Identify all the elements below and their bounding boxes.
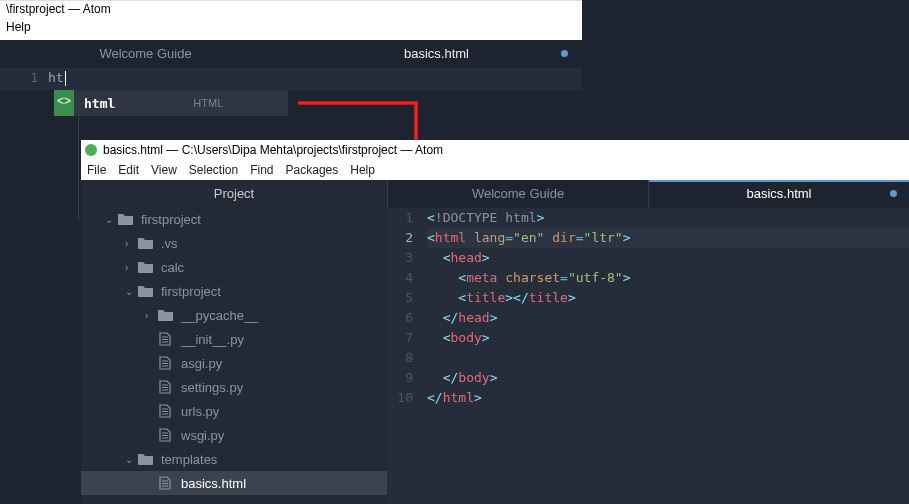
top-tab-bar: Welcome Guide basics.html xyxy=(0,40,582,68)
modified-indicator-icon xyxy=(890,190,897,197)
file-icon xyxy=(157,428,173,442)
code-line[interactable]: </head> xyxy=(427,308,909,328)
folder-icon xyxy=(137,284,153,298)
code-line[interactable]: <title></title> xyxy=(427,288,909,308)
tree-file[interactable]: asgi.py xyxy=(81,351,387,375)
top-atom-window: \firstproject — Atom Help Welcome Guide … xyxy=(0,0,582,116)
menu-help[interactable]: Help xyxy=(350,163,375,177)
menu-view[interactable]: View xyxy=(151,163,177,177)
tree-item-label: wsgi.py xyxy=(181,428,224,443)
autocomplete-hint: HTML xyxy=(193,97,223,109)
folder-icon xyxy=(117,212,133,226)
project-pane: Project ⌄firstproject›.vs›calc⌄firstproj… xyxy=(81,180,387,504)
menu-bar: File Edit View Selection Find Packages H… xyxy=(81,160,909,180)
tree-item-label: urls.py xyxy=(181,404,219,419)
folder-icon xyxy=(157,308,173,322)
tree-folder[interactable]: ⌄firstproject xyxy=(81,279,387,303)
tree-file[interactable]: basics.html xyxy=(81,471,387,495)
tab-basics-html[interactable]: basics.html xyxy=(648,180,909,208)
code-line[interactable]: <meta charset="utf-8"> xyxy=(427,268,909,288)
tree-folder[interactable]: ⌄templates xyxy=(81,447,387,471)
folder-icon xyxy=(137,236,153,250)
tree-folder[interactable]: ›calc xyxy=(81,255,387,279)
menu-file[interactable]: File xyxy=(87,163,106,177)
tab-basics-html[interactable]: basics.html xyxy=(291,40,582,68)
tab-welcome-guide[interactable]: Welcome Guide xyxy=(0,40,291,68)
tree-item-label: .vs xyxy=(161,236,178,251)
menu-bar: Help xyxy=(0,18,582,40)
atom-favicon-icon xyxy=(85,144,97,156)
code-lines[interactable]: <!DOCTYPE html><html lang="en" dir="ltr"… xyxy=(421,208,909,408)
tab-label: basics.html xyxy=(404,46,469,61)
tree-file[interactable]: wsgi.py xyxy=(81,423,387,447)
tree-item-label: calc xyxy=(161,260,184,275)
file-tree[interactable]: ⌄firstproject›.vs›calc⌄firstproject›__py… xyxy=(81,207,387,495)
folder-icon xyxy=(137,260,153,274)
editor-tab-bar: Welcome Guide basics.html xyxy=(387,180,909,208)
folder-icon xyxy=(137,452,153,466)
tree-item-label: templates xyxy=(161,452,217,467)
chevron-down-icon: ⌄ xyxy=(105,214,117,225)
tab-label: basics.html xyxy=(746,186,811,201)
gutter-line-number: 1 xyxy=(0,68,48,90)
file-icon xyxy=(157,380,173,394)
code-line[interactable] xyxy=(427,348,909,368)
chevron-right-icon: › xyxy=(125,262,137,273)
tree-item-label: settings.py xyxy=(181,380,243,395)
project-header: Project xyxy=(81,180,387,207)
editor-line[interactable]: ht xyxy=(48,68,66,90)
window-title: \firstproject — Atom xyxy=(0,0,582,18)
top-window-left-edge xyxy=(0,116,79,220)
window-title-bar: basics.html — C:\Users\Dipa Mehta\projec… xyxy=(81,140,909,160)
line-gutter: 12345678910 xyxy=(387,208,421,408)
tree-folder[interactable]: ›.vs xyxy=(81,231,387,255)
autocomplete-snippet-icon: <> xyxy=(54,90,74,116)
chevron-right-icon: › xyxy=(125,238,137,249)
tree-item-label: __pycache__ xyxy=(181,308,258,323)
tree-item-label: __init__.py xyxy=(181,332,244,347)
code-line[interactable]: </body> xyxy=(427,368,909,388)
modified-indicator-icon xyxy=(561,50,568,57)
tree-file[interactable]: settings.py xyxy=(81,375,387,399)
tree-item-label: asgi.py xyxy=(181,356,222,371)
window-title: basics.html — C:\Users\Dipa Mehta\projec… xyxy=(103,143,443,157)
code-line[interactable]: <body> xyxy=(427,328,909,348)
tree-folder[interactable]: ⌄firstproject xyxy=(81,207,387,231)
menu-help[interactable]: Help xyxy=(6,20,31,34)
autocomplete-popup[interactable]: <> html HTML xyxy=(54,90,288,116)
menu-find[interactable]: Find xyxy=(250,163,273,177)
tree-item-label: firstproject xyxy=(161,284,221,299)
editor-pane: Welcome Guide basics.html 12345678910 <!… xyxy=(387,180,909,504)
code-line[interactable]: </html> xyxy=(427,388,909,408)
tab-label: Welcome Guide xyxy=(472,186,564,201)
top-editor-area[interactable]: 1 ht xyxy=(0,68,582,90)
tree-item-label: basics.html xyxy=(181,476,246,491)
file-icon xyxy=(157,356,173,370)
menu-selection[interactable]: Selection xyxy=(189,163,238,177)
tree-item-label: firstproject xyxy=(141,212,201,227)
file-icon xyxy=(157,404,173,418)
menu-edit[interactable]: Edit xyxy=(118,163,139,177)
file-icon xyxy=(157,332,173,346)
code-line[interactable]: <head> xyxy=(427,248,909,268)
file-icon xyxy=(157,476,173,490)
tab-welcome-guide[interactable]: Welcome Guide xyxy=(387,180,648,208)
code-line[interactable]: <html lang="en" dir="ltr"> xyxy=(427,228,909,248)
bottom-atom-window: basics.html — C:\Users\Dipa Mehta\projec… xyxy=(81,140,909,504)
chevron-down-icon: ⌄ xyxy=(125,454,137,465)
chevron-right-icon: › xyxy=(145,310,157,321)
code-editor[interactable]: 12345678910 <!DOCTYPE html><html lang="e… xyxy=(387,208,909,408)
tree-file[interactable]: urls.py xyxy=(81,399,387,423)
tree-folder[interactable]: ›__pycache__ xyxy=(81,303,387,327)
menu-packages[interactable]: Packages xyxy=(286,163,339,177)
tree-file[interactable]: __init__.py xyxy=(81,327,387,351)
autocomplete-label: html xyxy=(74,96,133,111)
code-line[interactable]: <!DOCTYPE html> xyxy=(427,208,909,228)
tab-label: Welcome Guide xyxy=(99,46,191,61)
chevron-down-icon: ⌄ xyxy=(125,286,137,297)
